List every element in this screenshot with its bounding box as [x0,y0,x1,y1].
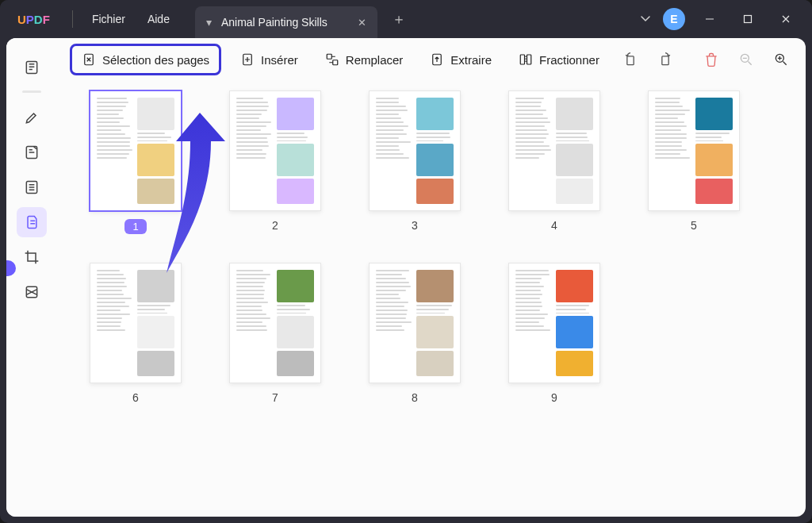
replace-label: Remplacer [346,53,404,67]
replace-button[interactable]: Remplacer [317,48,412,71]
page-cell: 1 [76,90,195,234]
svg-rect-0 [745,16,752,23]
zoom-in-button[interactable] [769,48,793,71]
window-minimize-button[interactable] [696,8,723,30]
rotate-left-button[interactable] [619,48,642,71]
page-number: 3 [412,219,418,232]
select-pages-button[interactable]: Sélection des pages [70,44,221,75]
svg-rect-7 [327,54,331,59]
menu-help[interactable]: Aide [136,13,181,25]
page-cell: 7 [216,263,335,404]
document-tab[interactable]: ▾ Animal Painting Skills ✕ [195,6,377,38]
page-cell: 2 [216,90,335,234]
new-tab-button[interactable]: ＋ [377,10,420,29]
main-area: Sélection des pages Insérer Remplacer Ex… [57,38,806,517]
tab-dropdown-icon[interactable]: ▾ [206,16,212,29]
page-number: 8 [412,391,418,404]
extract-label: Extraire [450,53,492,67]
titlebar: UPDF Fichier Aide ▾ Animal Painting Skil… [0,0,812,38]
rail-thumbnails-icon[interactable] [17,52,47,83]
page-cell: 3 [355,90,474,234]
split-button[interactable]: Fractionner [511,48,607,71]
insert-button[interactable]: Insérer [232,48,306,71]
rail-pages-icon[interactable] [17,207,47,237]
user-avatar[interactable]: E [663,8,685,30]
page-thumbnail[interactable] [369,90,461,211]
page-cell: 6 [76,263,195,404]
svg-rect-13 [662,56,668,65]
page-toolbar: Sélection des pages Insérer Remplacer Ex… [57,38,806,81]
svg-rect-8 [333,60,338,65]
rail-crop-icon[interactable] [17,242,47,272]
window-maximize-button[interactable] [734,8,761,30]
page-number: 2 [272,219,278,232]
page-cell: 4 [495,90,614,234]
separator [72,10,73,28]
select-pages-label: Sélection des pages [102,53,209,67]
page-thumbnail[interactable] [508,90,600,211]
page-number: 6 [132,391,139,404]
page-number: 7 [272,391,278,404]
page-thumbnail[interactable] [90,263,182,383]
sidebar [6,38,57,517]
window-menu-icon[interactable] [639,12,652,27]
page-thumbnail[interactable] [648,90,740,211]
svg-rect-10 [520,55,524,64]
svg-rect-12 [627,56,634,65]
insert-label: Insérer [261,53,298,67]
window-close-button[interactable] [772,8,799,30]
separator [22,90,41,93]
tab-title: Animal Painting Skills [221,16,327,29]
zoom-out-button[interactable] [734,48,758,71]
rail-watermark-icon[interactable] [17,277,47,307]
page-thumbnail[interactable] [229,263,321,383]
page-cell: 8 [355,263,474,404]
thumbnail-grid: 123456789 [76,90,787,404]
extract-button[interactable]: Extraire [422,48,500,71]
page-thumbnail[interactable] [90,90,182,211]
rail-annotate-icon[interactable] [17,137,47,167]
app-window: UPDF Fichier Aide ▾ Animal Painting Skil… [0,0,812,523]
page-number: 4 [551,219,557,232]
page-thumbnail[interactable] [369,263,461,383]
page-cell: 9 [495,263,614,404]
page-number: 5 [691,219,697,232]
tab-close-icon[interactable]: ✕ [358,17,366,29]
rail-form-icon[interactable] [17,172,47,202]
page-cell: 5 [634,90,753,234]
page-thumbnail[interactable] [229,90,321,211]
delete-button[interactable] [699,48,723,71]
svg-rect-1 [26,62,36,74]
rail-edit-icon[interactable] [17,102,47,133]
page-number: 1 [124,219,146,234]
app-logo: UPDF [17,13,50,26]
content: Sélection des pages Insérer Remplacer Ex… [6,38,806,517]
thumbnail-grid-area[interactable]: 123456789 [57,81,806,517]
page-thumbnail[interactable] [508,263,600,383]
rotate-right-button[interactable] [653,48,677,71]
menu-file[interactable]: Fichier [81,13,136,25]
split-label: Fractionner [539,53,599,67]
page-number: 9 [551,391,557,404]
svg-rect-11 [527,55,531,64]
